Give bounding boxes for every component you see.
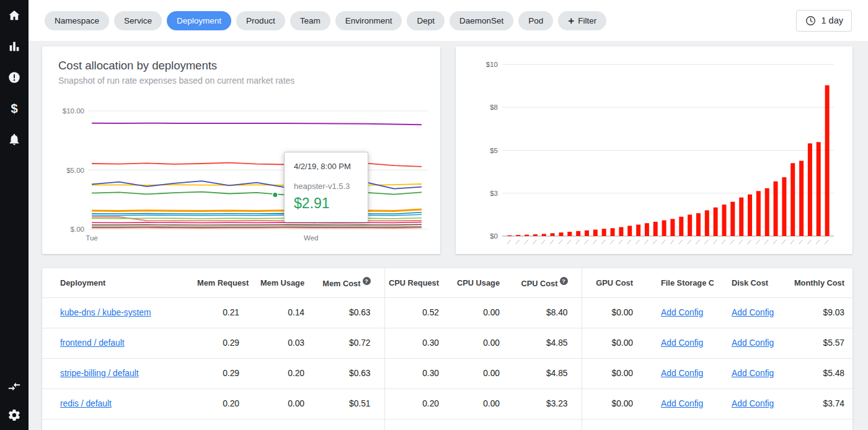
cost-bar[interactable] [507, 235, 512, 236]
column-label: GPU Cost [596, 278, 633, 287]
compare-arrows-icon[interactable] [7, 379, 22, 394]
cost-bar[interactable] [593, 230, 598, 236]
column-header-file_storage_cost[interactable]: File Storage Co [647, 268, 714, 297]
cost-bar[interactable] [714, 208, 718, 236]
cost-bar[interactable] [756, 191, 761, 236]
cell-gpu_cost: $0.00 [582, 297, 647, 328]
cost-bar[interactable] [808, 143, 812, 236]
svg-text:Wed: Wed [304, 234, 318, 242]
cost-bar[interactable] [516, 235, 520, 236]
deployment-link[interactable]: frontend / default [60, 338, 125, 348]
add-config-link[interactable]: Add Config [732, 308, 774, 317]
column-header-disk_cost[interactable]: Disk Cost [714, 268, 782, 297]
cost-bar[interactable] [679, 217, 683, 236]
cost-bar[interactable] [585, 230, 589, 236]
cost-bar[interactable] [765, 188, 769, 236]
cost-bar[interactable] [722, 204, 727, 236]
cost-bar[interactable] [662, 221, 666, 236]
cost-bar[interactable] [825, 86, 830, 236]
cell-deployment: redis / default [42, 388, 197, 419]
cost-bar[interactable] [559, 232, 564, 236]
cost-bar[interactable] [636, 225, 640, 237]
add-config-link[interactable]: Add Config [661, 369, 703, 378]
alert-icon[interactable] [7, 70, 22, 85]
chip-label: Namespace [55, 16, 99, 25]
cost-bar[interactable] [799, 161, 804, 237]
cost-bar[interactable] [611, 228, 615, 236]
cost-bar[interactable] [567, 232, 572, 236]
cost-bar[interactable] [576, 231, 580, 236]
cost-bar[interactable] [730, 202, 735, 236]
cost-bar-chart[interactable]: $10$8$5$3$0 [456, 46, 852, 254]
cost-bar[interactable] [748, 195, 752, 236]
filter-chip-dept[interactable]: Dept [407, 11, 445, 30]
cost-bar[interactable] [602, 229, 606, 236]
column-header-gpu_cost[interactable]: GPU Cost [582, 268, 647, 297]
cost-bar[interactable] [705, 210, 709, 236]
filter-chip-namespace[interactable]: Namespace [45, 11, 109, 30]
column-header-cpu_cost[interactable]: CPU Cost? [513, 268, 582, 297]
tooltip-series-name: heapster-v1.5.3 [294, 182, 358, 191]
add-config-link[interactable]: Add Config [661, 308, 703, 317]
bell-icon[interactable] [7, 132, 22, 147]
plus-icon: + [568, 15, 574, 26]
filter-chip-team[interactable]: Team [290, 11, 330, 30]
add-config-link[interactable]: Add Config [661, 399, 703, 408]
column-header-cpu_request[interactable]: CPU Request [384, 268, 453, 297]
home-icon[interactable] [7, 8, 22, 23]
filter-chip-pod[interactable]: Pod [518, 11, 553, 30]
cost-bar[interactable] [739, 198, 743, 236]
cost-bar[interactable] [782, 177, 786, 236]
cost-bar[interactable] [774, 182, 778, 236]
svg-text:$5.00: $5.00 [66, 167, 84, 174]
cost-bar[interactable] [525, 235, 529, 236]
deployment-link[interactable]: kube-dns / kube-system [60, 308, 151, 317]
cost-bar[interactable] [542, 234, 546, 237]
deployment-link[interactable]: stripe-billing / default [60, 369, 139, 378]
bar-chart-icon[interactable] [7, 39, 22, 54]
filter-chip-environment[interactable]: Environment [335, 11, 402, 30]
svg-text:$0: $0 [490, 232, 498, 240]
cost-bar[interactable] [627, 226, 632, 236]
column-header-mem_cost[interactable]: Mem Cost? [318, 268, 384, 297]
cost-bar[interactable] [645, 223, 649, 236]
chip-label: Dept [417, 16, 435, 25]
filter-chip-service[interactable]: Service [114, 11, 162, 30]
filter-chip-filter[interactable]: +Filter [558, 11, 606, 30]
filter-chip-product[interactable]: Product [236, 11, 285, 30]
column-header-mem_request[interactable]: Mem Request [197, 268, 253, 297]
cost-bar[interactable] [619, 227, 623, 237]
cost-bar[interactable] [817, 142, 821, 236]
cell-cpu_request: 0.52 [384, 297, 453, 328]
cost-bar[interactable] [696, 213, 701, 236]
help-icon[interactable]: ? [560, 277, 568, 285]
table-row: frontend / default0.290.03$0.720.300.00$… [42, 328, 852, 358]
deployment-link[interactable]: redis / default [60, 399, 112, 408]
cell-deployment: frontend / default [42, 328, 197, 358]
column-header-deployment[interactable]: Deployment [42, 268, 197, 297]
filter-chip-deployment[interactable]: Deployment [167, 11, 231, 30]
column-label: CPU Request [389, 278, 439, 287]
cost-bar[interactable] [790, 163, 795, 236]
cell-cpu_cost: $3.23 [513, 388, 582, 419]
add-config-link[interactable]: Add Config [732, 369, 774, 378]
help-icon[interactable]: ? [363, 277, 371, 285]
cost-bar[interactable] [670, 219, 675, 236]
column-header-cpu_usage[interactable]: CPU Usage [453, 268, 513, 297]
chip-label: Team [300, 16, 321, 25]
cell-file_storage_cost: Add Config [647, 328, 714, 358]
cost-bar[interactable] [551, 233, 555, 236]
column-header-mem_usage[interactable]: Mem Usage [253, 268, 318, 297]
cost-bar[interactable] [688, 214, 692, 236]
filter-chip-daemonset[interactable]: DaemonSet [450, 11, 513, 30]
cost-bar[interactable] [653, 222, 658, 236]
cell-cpu_cost: $4.85 [513, 328, 582, 358]
cost-bar[interactable] [533, 234, 538, 236]
settings-icon[interactable] [7, 408, 22, 423]
column-header-monthly_cost[interactable]: Monthly Cost [782, 268, 852, 297]
add-config-link[interactable]: Add Config [732, 338, 774, 348]
add-config-link[interactable]: Add Config [732, 399, 774, 408]
dollar-icon[interactable]: $ [7, 101, 22, 116]
time-range-button[interactable]: 1 day [796, 10, 852, 32]
add-config-link[interactable]: Add Config [661, 338, 703, 348]
